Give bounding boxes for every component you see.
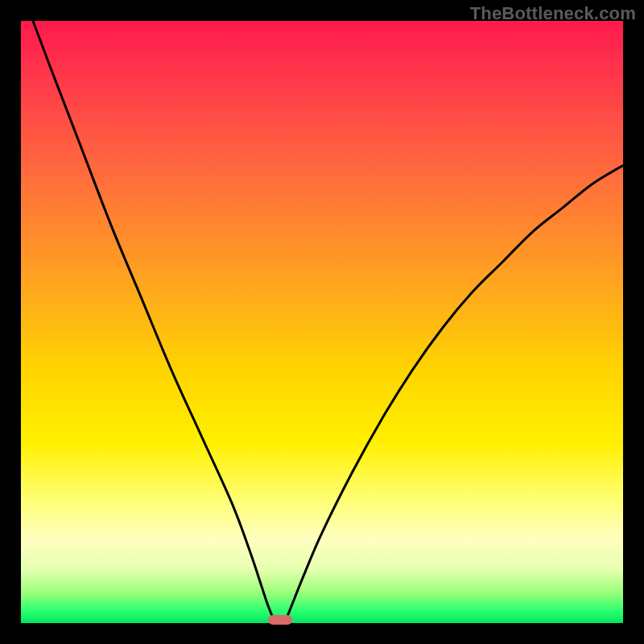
watermark-text: TheBottleneck.com: [470, 3, 636, 24]
optimal-point-marker: [268, 615, 292, 625]
plot-area: [21, 21, 623, 623]
bottleneck-curve: [21, 21, 623, 623]
curve-left-branch: [33, 21, 274, 620]
curve-right-branch: [286, 166, 623, 621]
chart-frame: TheBottleneck.com: [0, 0, 644, 644]
